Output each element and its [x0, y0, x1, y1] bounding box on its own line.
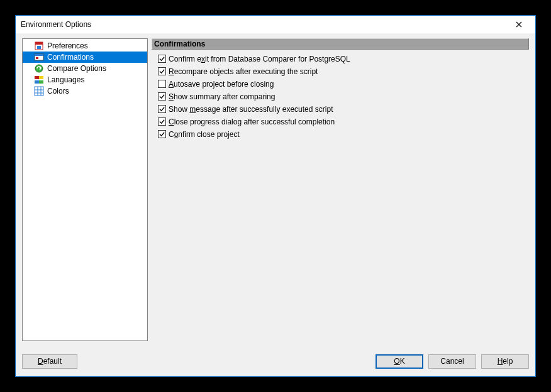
- checkbox-close-progress[interactable]: Close progress dialog after successful c…: [158, 116, 529, 127]
- checkbox-icon: [158, 55, 166, 63]
- nav-label: Confirmations: [47, 52, 94, 63]
- close-button[interactable]: [506, 17, 532, 32]
- checkbox-recompare-objects[interactable]: Recompare objects after executing the sc…: [158, 66, 529, 77]
- confirmations-icon: [34, 52, 44, 62]
- checkbox-label: Show message after successfully executed…: [169, 105, 333, 114]
- svg-rect-9: [35, 80, 39, 84]
- svg-rect-11: [35, 87, 43, 95]
- default-button[interactable]: Default: [22, 354, 77, 369]
- svg-rect-2: [37, 46, 41, 49]
- dialog-window: Environment Options Preferences: [15, 15, 536, 377]
- checkbox-show-summary[interactable]: Show summary after comparing: [158, 91, 529, 102]
- checkbox-icon: [158, 80, 166, 88]
- cancel-button[interactable]: Cancel: [428, 354, 476, 369]
- section-header: Confirmations: [152, 38, 529, 50]
- checkbox-label: Confirm exit from Database Comparer for …: [169, 55, 350, 63]
- checkbox-autosave-project[interactable]: Autosave project before closing: [158, 79, 529, 89]
- checkbox-label: Autosave project before closing: [169, 80, 274, 89]
- close-icon: [516, 21, 522, 28]
- ok-button[interactable]: OK: [376, 354, 423, 369]
- checkbox-label: Recompare objects after executing the sc…: [169, 67, 318, 76]
- nav-label: Languages: [47, 74, 84, 85]
- nav-tree: Preferences Confirmations Compare Option…: [22, 38, 148, 341]
- checkbox-confirm-close-project[interactable]: Confirm close project: [158, 129, 529, 139]
- svg-rect-10: [39, 80, 43, 84]
- svg-rect-5: [36, 57, 38, 59]
- nav-item-preferences[interactable]: Preferences: [23, 40, 147, 52]
- panels: Preferences Confirmations Compare Option…: [22, 38, 529, 341]
- help-button[interactable]: Help: [481, 354, 529, 369]
- checkbox-icon: [158, 67, 166, 75]
- checkbox-show-message[interactable]: Show message after successfully executed…: [158, 104, 529, 114]
- nav-item-colors[interactable]: Colors: [23, 85, 147, 97]
- svg-rect-1: [35, 42, 43, 45]
- nav-item-confirmations[interactable]: Confirmations: [23, 52, 147, 63]
- checkbox-label: Show summary after comparing: [169, 92, 275, 101]
- checkbox-label: Confirm close project: [169, 130, 240, 139]
- languages-icon: [34, 75, 44, 85]
- window-title: Environment Options: [21, 20, 506, 29]
- nav-item-languages[interactable]: Languages: [23, 74, 147, 85]
- nav-item-compare-options[interactable]: Compare Options: [23, 63, 147, 74]
- button-bar: Default OK Cancel Help: [22, 352, 529, 370]
- compare-options-icon: [34, 63, 44, 74]
- checkbox-icon: [158, 92, 166, 101]
- svg-point-6: [35, 65, 43, 72]
- nav-label: Preferences: [47, 40, 88, 52]
- dialog-body: Preferences Confirmations Compare Option…: [16, 33, 535, 376]
- content-panel: Confirmations Confirm exit from Database…: [152, 38, 529, 341]
- svg-rect-7: [35, 76, 39, 79]
- checkbox-icon: [158, 130, 166, 138]
- checkbox-confirm-exit[interactable]: Confirm exit from Database Comparer for …: [158, 53, 529, 64]
- titlebar: Environment Options: [16, 16, 535, 33]
- preferences-icon: [34, 41, 44, 51]
- svg-rect-8: [39, 76, 43, 79]
- svg-rect-4: [35, 54, 43, 56]
- options-list: Confirm exit from Database Comparer for …: [152, 50, 529, 139]
- colors-icon: [34, 86, 44, 96]
- nav-label: Colors: [47, 85, 69, 97]
- nav-label: Compare Options: [47, 63, 106, 74]
- checkbox-icon: [158, 105, 166, 113]
- checkbox-icon: [158, 117, 166, 126]
- checkbox-label: Close progress dialog after successful c…: [169, 117, 335, 126]
